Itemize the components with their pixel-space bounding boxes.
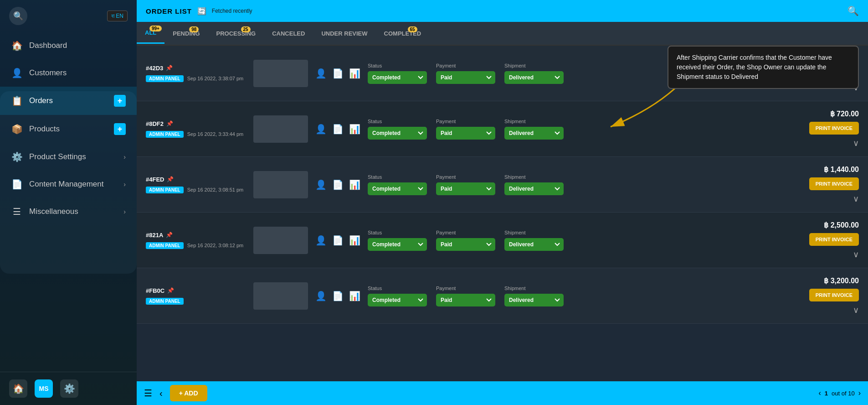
sidebar-item-miscellaneous[interactable]: ☰ Miscellaneous › xyxy=(0,198,137,225)
print-invoice-button[interactable]: PRINT INVOICE xyxy=(809,177,859,190)
header-search-icon[interactable]: 🔍 xyxy=(847,5,859,16)
order-thumbnail xyxy=(253,171,308,198)
sidebar-item-label: Product Settings xyxy=(29,152,86,161)
chevron-right-icon: › xyxy=(123,181,126,188)
payment-field: Payment Paid xyxy=(436,63,495,84)
status-dropdown[interactable]: Completed xyxy=(368,238,427,251)
tabs-bar: ALL 99+ PENDING 98 PROCESSING 25 CANCELE… xyxy=(137,22,868,46)
chart-icon[interactable]: 📊 xyxy=(349,291,360,301)
refresh-icon[interactable]: 🔄 xyxy=(197,7,206,16)
sidebar-item-customers[interactable]: 👤 Customers xyxy=(0,59,137,87)
status-dropdown[interactable]: Completed xyxy=(368,71,427,84)
order-right: ฿ 720.00 PRINT INVOICE ∨ xyxy=(786,109,859,148)
order-right: ฿ 3,200.00 PRINT INVOICE ∨ xyxy=(786,276,859,315)
order-info: #FB0C 📌 ADMIN PANEL xyxy=(146,287,246,305)
add-button[interactable]: + ADD xyxy=(170,385,207,401)
status-field: Status Completed xyxy=(368,286,427,306)
expand-button[interactable]: ∨ xyxy=(853,249,859,260)
expand-button[interactable]: ∨ xyxy=(853,138,859,148)
ms-icon[interactable]: MS xyxy=(35,379,53,398)
expand-button[interactable]: ∨ xyxy=(853,194,859,204)
chart-icon[interactable]: 📊 xyxy=(349,124,360,135)
tab-completed[interactable]: COMPLETED 65 xyxy=(376,24,430,43)
payment-dropdown[interactable]: Paid xyxy=(436,182,495,195)
status-label: Status xyxy=(368,286,427,291)
home-bottom-icon[interactable]: 🏠 xyxy=(9,379,27,398)
document-icon[interactable]: 📄 xyxy=(332,291,344,301)
bottom-bar: ☰ ‹ + ADD ‹ 1 out of 10 › xyxy=(137,381,868,405)
sidebar-item-dashboard[interactable]: 🏠 Dashboard xyxy=(0,32,137,59)
admin-badge: ADMIN PANEL xyxy=(146,131,184,138)
sidebar-item-label: Dashboard xyxy=(29,41,67,50)
chart-icon[interactable]: 📊 xyxy=(349,179,360,190)
shipment-dropdown[interactable]: Delivered xyxy=(504,71,564,84)
tab-canceled[interactable]: CANCELED xyxy=(264,24,313,43)
hamburger-icon[interactable]: ☰ xyxy=(144,388,152,399)
language-switcher[interactable]: বা EN xyxy=(107,10,128,21)
orders-icon: 📋 xyxy=(11,95,23,106)
payment-dropdown[interactable]: Paid xyxy=(436,71,495,84)
document-icon[interactable]: 📄 xyxy=(332,68,344,79)
sidebar-item-product-settings[interactable]: ⚙️ Product Settings › xyxy=(0,143,137,171)
sidebar-item-content-management[interactable]: 📄 Content Management › xyxy=(0,171,137,198)
tab-under-review[interactable]: UNDER REVIEW xyxy=(313,24,375,43)
sidebar-item-products[interactable]: 📦 Products + xyxy=(0,115,137,143)
shipment-label: Shipment xyxy=(504,119,564,124)
next-page-button[interactable]: › xyxy=(858,389,861,397)
expand-button[interactable]: ∨ xyxy=(853,305,859,315)
order-right: ฿ 1,440.00 PRINT INVOICE ∨ xyxy=(786,165,859,204)
payment-dropdown[interactable]: Paid xyxy=(436,127,495,140)
payment-label: Payment xyxy=(436,230,495,235)
search-icon[interactable]: 🔍 xyxy=(9,7,27,25)
print-invoice-button[interactable]: PRINT INVOICE xyxy=(809,289,859,301)
tab-all[interactable]: ALL 99+ xyxy=(137,23,164,44)
shipment-field: Shipment Delivered xyxy=(504,230,564,251)
sidebar-item-label: Orders xyxy=(29,96,53,105)
document-icon[interactable]: 📄 xyxy=(332,235,344,246)
order-thumbnail xyxy=(253,282,308,310)
order-action-icons: 👤 📄 📊 xyxy=(315,68,360,79)
back-button[interactable]: ‹ xyxy=(159,388,163,399)
settings-bottom-icon[interactable]: ⚙️ xyxy=(60,379,78,398)
status-dropdown[interactable]: Completed xyxy=(368,127,427,140)
add-product-button[interactable]: + xyxy=(114,123,126,135)
status-dropdown[interactable]: Completed xyxy=(368,182,427,195)
payment-dropdown[interactable]: Paid xyxy=(436,238,495,251)
misc-icon: ☰ xyxy=(11,206,23,217)
status-label: Status xyxy=(368,119,427,124)
shipment-field: Shipment Delivered xyxy=(504,119,564,140)
prev-page-button[interactable]: ‹ xyxy=(819,389,821,397)
payment-label: Payment xyxy=(436,174,495,180)
order-fields: Status Completed Payment Paid Shipment D… xyxy=(368,119,779,140)
print-invoice-button[interactable]: PRINT INVOICE xyxy=(809,122,859,135)
tab-pending[interactable]: PENDING 98 xyxy=(164,24,208,43)
customer-icon[interactable]: 👤 xyxy=(315,179,327,190)
chart-icon[interactable]: 📊 xyxy=(349,235,360,246)
tab-processing[interactable]: PROCESSING 25 xyxy=(208,24,264,43)
document-icon[interactable]: 📄 xyxy=(332,179,344,190)
content-icon: 📄 xyxy=(11,179,23,190)
order-action-icons: 👤 📄 📊 xyxy=(315,179,360,190)
lang-en: EN xyxy=(116,13,123,19)
shipment-dropdown[interactable]: Delivered xyxy=(504,294,564,306)
add-order-button[interactable]: + xyxy=(114,95,126,107)
order-right: ฿ 2,500.00 PRINT INVOICE ∨ xyxy=(786,221,859,260)
document-icon[interactable]: 📄 xyxy=(332,124,344,135)
tab-processing-badge: 25 xyxy=(241,26,251,32)
order-info: #8DF2 📌 ADMIN PANEL Sep 16 2022, 3:33:44… xyxy=(146,120,246,138)
customer-icon[interactable]: 👤 xyxy=(315,68,327,79)
shipment-dropdown[interactable]: Delivered xyxy=(504,127,564,140)
customer-icon[interactable]: 👤 xyxy=(315,291,327,301)
status-field: Status Completed xyxy=(368,174,427,195)
customer-icon[interactable]: 👤 xyxy=(315,124,327,135)
shipment-dropdown[interactable]: Delivered xyxy=(504,238,564,251)
tooltip-box: After Shipping Carrier confirms that the… xyxy=(668,46,859,89)
status-dropdown[interactable]: Completed xyxy=(368,294,427,306)
shipment-dropdown[interactable]: Delivered xyxy=(504,182,564,195)
ms-label: MS xyxy=(39,385,49,392)
payment-dropdown[interactable]: Paid xyxy=(436,294,495,306)
chart-icon[interactable]: 📊 xyxy=(349,68,360,79)
customer-icon[interactable]: 👤 xyxy=(315,235,327,246)
print-invoice-button[interactable]: PRINT INVOICE xyxy=(809,233,859,246)
sidebar-item-orders[interactable]: 📋 Orders + xyxy=(0,87,137,115)
